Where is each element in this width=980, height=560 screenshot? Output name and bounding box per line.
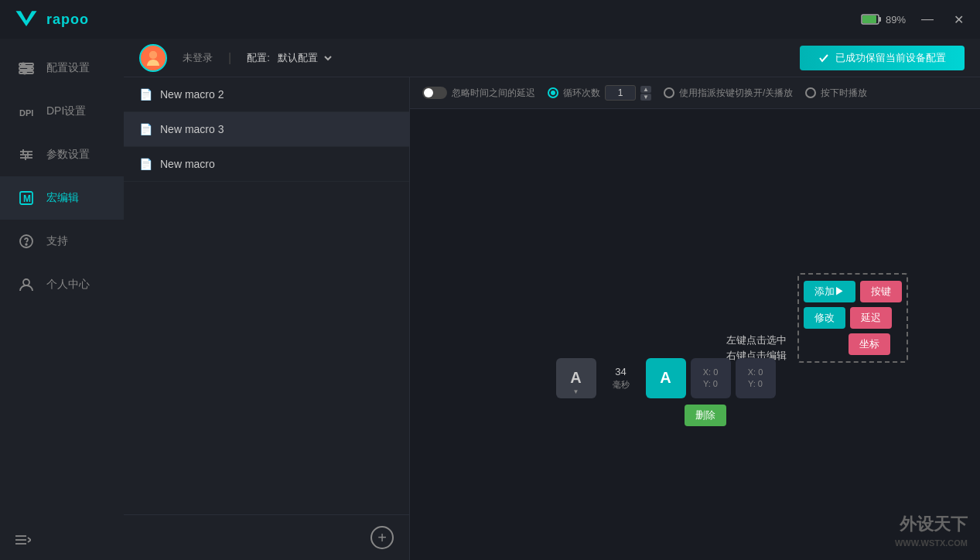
config-selector[interactable]: 配置: 默认配置 [247,51,333,65]
main-layout: 配置设置 DPI DPI设置 参数设 [0,39,980,560]
svg-point-21 [23,279,29,285]
doc-icon-2: 📄 [139,158,152,170]
spin-up-button[interactable]: ▲ [640,86,651,93]
coord1-x: X: 0 [703,367,719,377]
delay-button[interactable]: 延迟 [850,307,892,329]
logo-v-icon [12,5,40,33]
delay-unit: 毫秒 [613,379,630,391]
header-divider: | [228,51,231,65]
titlebar-controls: 89% — ✕ [861,10,968,29]
delay-value: 34 [615,366,626,377]
sidebar: 配置设置 DPI DPI设置 参数设 [0,39,124,560]
close-button[interactable]: ✕ [949,10,968,29]
logo-area: rapoo [12,5,89,33]
ignore-delay-switch[interactable] [422,87,447,99]
delete-area: 删除 [685,405,726,426]
check-icon [818,53,829,63]
config-icon [15,57,37,79]
key-a2-label: A [660,369,671,387]
battery-pct: 89% [886,14,906,26]
minimize-button[interactable]: — [918,10,937,29]
macro-list-panel: 📄 New macro 2 📄 New macro 3 📄 New macro … [124,77,410,560]
loop-count-label: 循环次数 [563,87,600,100]
loop-count-spinner: ▲ ▼ [640,86,651,101]
logo-rapoo: rapoo [46,12,89,28]
save-success-text: 已成功保留当前设备配置 [835,51,946,65]
sidebar-item-support[interactable]: 支持 [0,220,124,263]
sidebar-label-support: 支持 [46,234,68,248]
macro-item-0[interactable]: 📄 New macro 2 [124,77,409,112]
sidebar-item-dpi[interactable]: DPI DPI设置 [0,90,124,133]
params-icon [15,144,37,166]
key-block-a2[interactable]: A [646,358,686,398]
editor-toolbar: 忽略时间之间的延迟 循环次数 ▲ ▼ 使用指派按键切换开/关播放 [410,77,980,109]
battery-area: 89% [861,14,906,26]
action-row-1: 添加▶ 按键 [804,281,902,302]
ignore-delay-label: 忽略时间之间的延迟 [452,87,535,100]
instruction-container: 左键点击选中 右键点击编辑 添加▶ 按键 修改 延迟 [726,273,908,363]
modify-button[interactable]: 修改 [804,307,845,329]
loop-count-input[interactable] [605,85,636,101]
add-macro-button[interactable]: + [370,526,394,549]
user-avatar[interactable] [139,44,167,72]
hold-play-radio[interactable] [805,87,816,98]
coord-button[interactable]: 坐标 [849,333,890,355]
sidebar-item-config[interactable]: 配置设置 [0,46,124,90]
editor-canvas: 左键点击选中 右键点击编辑 添加▶ 按键 修改 延迟 [410,109,980,560]
ignore-delay-toggle[interactable]: 忽略时间之间的延迟 [422,87,535,100]
loop-count-group: 循环次数 ▲ ▼ [548,85,651,101]
macro-item-1[interactable]: 📄 New macro 3 [124,112,409,147]
svg-point-7 [22,63,25,67]
sidebar-item-macro[interactable]: M 宏编辑 [0,176,124,220]
macro-name-0: New macro 2 [160,88,224,101]
add-button[interactable]: 添加▶ [804,281,855,302]
config-name: 默认配置 [278,51,318,65]
expand-button[interactable] [0,523,124,560]
use-key-switch-group: 使用指派按键切换开/关播放 [664,87,793,100]
battery-icon [861,14,881,25]
delete-button[interactable]: 删除 [685,405,726,426]
svg-marker-0 [16,11,37,26]
key-a1-label: A [570,369,581,387]
support-icon [15,230,37,252]
svg-point-26 [149,51,157,59]
save-banner: 已成功保留当前设备配置 [800,46,965,70]
svg-point-8 [28,67,31,70]
coord-block-2: X: 0 Y: 0 [736,358,776,398]
svg-point-20 [26,244,27,245]
loop-count-radio[interactable] [548,87,558,98]
macro-icon: M [15,187,37,209]
macro-item-2[interactable]: 📄 New macro [124,147,409,182]
svg-point-9 [23,71,26,74]
hint-text-area: 左键点击选中 右键点击编辑 [726,273,787,363]
doc-icon-1: 📄 [139,123,152,135]
delay-block: 34 毫秒 [601,366,641,391]
key-a1-arrow: ▼ [573,388,579,395]
sidebar-item-profile[interactable]: 个人中心 [0,263,124,306]
hold-play-group: 按下时播放 [805,87,867,100]
sidebar-label-params: 参数设置 [46,148,90,162]
body-split: 📄 New macro 2 📄 New macro 3 📄 New macro … [124,77,980,560]
spin-down-button[interactable]: ▼ [640,94,651,101]
svg-text:DPI: DPI [19,108,33,118]
svg-text:M: M [23,193,31,204]
sidebar-label-macro: 宏编辑 [46,191,79,205]
macro-sequence: A ▼ 34 毫秒 A X [556,358,776,398]
svg-rect-3 [862,15,876,23]
sidebar-label-config: 配置设置 [46,61,90,75]
dpi-icon: DPI [15,101,37,122]
hint-line1: 左键点击选中 [726,333,787,347]
coord2-y: Y: 0 [748,379,763,388]
key-block-a1[interactable]: A ▼ [556,358,596,398]
user-login-label[interactable]: 未登录 [183,51,213,65]
action-row-2: 修改 延迟 [804,307,902,329]
sidebar-label-profile: 个人中心 [46,278,90,292]
action-row-3: 坐标 [804,333,902,355]
use-key-switch-radio[interactable] [664,87,674,98]
editor-panel: 忽略时间之间的延迟 循环次数 ▲ ▼ 使用指派按键切换开/关播放 [410,77,980,560]
macro-list-footer: + [124,514,409,560]
sidebar-label-dpi: DPI设置 [46,104,86,118]
content-area: 未登录 | 配置: 默认配置 已成功保留当前设备配置 📄 [124,39,980,560]
key-button[interactable]: 按键 [860,281,902,302]
sidebar-item-params[interactable]: 参数设置 [0,133,124,176]
